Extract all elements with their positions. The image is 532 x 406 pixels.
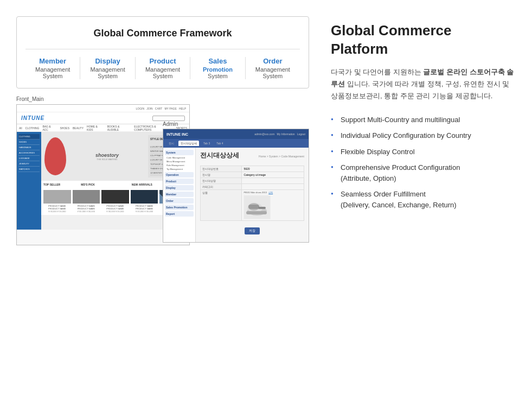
framework-title: Global Commerce Framework [25, 28, 300, 39]
module-display-title: Display [84, 57, 131, 65]
sidebar-report-title: Report [165, 211, 194, 217]
product-price-2: ¥ 00,000 ¥ 00,000 [73, 210, 100, 213]
form-row-1: 전시대상번호 5920 [201, 166, 304, 172]
form-value-cat: Category ui image [242, 172, 304, 178]
svg-rect-5 [246, 211, 267, 214]
admin-body: System Code Management Menu Management R… [163, 148, 309, 242]
module-member-sub2: System [43, 73, 63, 79]
fm-shoe-text: shoestory [95, 153, 119, 158]
module-display-sub2: System [98, 73, 118, 79]
top-seller-label: TOP SELLER [43, 183, 60, 186]
nav-home: HOME & KIDS [87, 125, 104, 131]
screenshots-area: Front_Main LOGIN JOIN CART MY PAGE HELP … [16, 96, 309, 248]
framework-box: Global Commerce Framework Member Managem… [16, 16, 309, 88]
section-description: 다국가 및 다언어를 지원하는 글로벌 온라인 스토어구축 솔루션 입니다. 국… [331, 66, 516, 102]
sidebar-operation-title: Operation [165, 172, 194, 177]
nav-bag: BAG & ACC [42, 125, 56, 131]
module-display-sub1: Management [91, 66, 125, 73]
module-product: Product Management System [136, 57, 190, 79]
admin-save-button[interactable]: 저장 [245, 227, 260, 234]
module-order: Order Management System [246, 57, 300, 79]
product-card-3: PRODUCT NAME PRODUCT NAME ¥ 00,000 ¥ 00,… [101, 190, 129, 213]
fm-top-bar: LOGIN JOIN CART MY PAGE HELP [17, 105, 189, 112]
admin-screen: INTUNE INC admin@xxx.com My Information … [163, 129, 309, 243]
admin-tab-3: Tab 4 [214, 141, 225, 146]
sidebar-order-title: Order [165, 198, 194, 204]
admin-user-info: admin@xxx.com My Information Logout [254, 132, 305, 136]
sidebar-product: Product [165, 179, 194, 184]
form-label-product: 상품 [201, 190, 242, 221]
nav-all: All [19, 126, 22, 130]
product-price-1: ¥ 00,000 ¥ 00,000 [43, 210, 71, 213]
sidebar-system: System Code Management Menu Management R… [165, 150, 194, 171]
sidebar-code-mgmt[interactable]: Code Management [165, 156, 194, 160]
form-row-2: 전시명 Category ui image [201, 172, 304, 178]
admin-form-table: 전시대상번호 5920 전시명 Category ui image 전시대상명 [200, 166, 304, 221]
module-member-title: Member [29, 57, 76, 65]
form-value-category [242, 184, 304, 190]
form-label-name: 전시대상명 [201, 178, 242, 184]
form-row-4: 카테고리 [201, 184, 304, 190]
admin-top-bar: INTUNE INC admin@xxx.com My Information … [163, 129, 309, 139]
right-panel: Global CommercePlatform 다국가 및 다언어를 지원하는 … [331, 16, 516, 213]
fm-logo: INTUNE [21, 115, 44, 121]
feature-list: Support Multi-Country and multilingual I… [331, 112, 516, 213]
product-thumb-4 [131, 190, 158, 204]
fm-search-box[interactable] [152, 116, 185, 121]
admin-product-image [243, 195, 271, 219]
fm-sidebar: CLOTHING SHOES HANDBAGS ACCESSORIES LUGG… [17, 132, 41, 230]
module-product-title: Product [139, 57, 187, 65]
sidebar-operation: Operation [165, 172, 194, 177]
form-value-name [242, 178, 304, 184]
sidebar-tip-mgmt[interactable]: Tip Management [165, 167, 194, 171]
module-sales-title: Sales [194, 57, 241, 65]
bullet-5: Seamless Order Fulfillment(Delivery, Can… [331, 186, 516, 213]
bullet-3: Flexible Display Control [331, 144, 516, 160]
admin-breadcrumb: Home > System > Code Management [259, 155, 304, 158]
admin-tab-active: 전시대상상세 [178, 141, 199, 146]
sidebar-accessories: ACCESSORIES [18, 150, 40, 156]
product-price-3: ¥ 00,000 ¥ 00,000 [101, 210, 129, 213]
sidebar-shoes: SHOES [18, 139, 40, 145]
product-name-1: PRODUCT NAME PRODUCT NAME [43, 205, 71, 210]
module-display: Display Management System [80, 57, 135, 79]
sidebar-report: Report [165, 211, 194, 217]
bullet-4: Comprehensive Product Configuration(Attr… [331, 160, 516, 186]
nav-shoes: SHOES [60, 126, 69, 130]
product-price-4: ¥ 00,000 ¥ 00,000 [131, 210, 158, 213]
form-value-id: 5920 [242, 166, 304, 172]
fm-red-decoration [44, 137, 66, 175]
module-order-sub2: System [262, 73, 283, 79]
nav-beauty: BEAUTY [73, 126, 84, 130]
nav-clothing: CLOTHING [25, 126, 40, 130]
admin-main-content: 전시대상상세 Home > System > Code Management 전… [196, 148, 309, 242]
sidebar-menu-mgmt[interactable]: Menu Management [165, 160, 194, 163]
module-sales-sub1: Promotion [203, 66, 233, 73]
left-panel: Global Commerce Framework Member Managem… [16, 16, 309, 248]
product-thumb-3 [101, 190, 129, 204]
sidebar-product-title: Product [165, 179, 194, 184]
sidebar-jewelry: JEWELRY [18, 161, 40, 167]
form-label-id: 전시대상번호 [201, 166, 242, 172]
section-title: Global CommercePlatform [331, 22, 516, 59]
product-card-4: PRODUCT NAME PRODUCT NAME ¥ 00,000 ¥ 00,… [131, 190, 158, 213]
product-name-2: PRODUCT NAME PRODUCT NAME [73, 205, 100, 210]
admin-tabs-bar: 전시 전시대상상세 Tab 3 Tab 4 [163, 139, 309, 148]
module-sales: Sales Promotion System [190, 57, 245, 79]
product-card-1: PRODUCT NAME PRODUCT NAME ¥ 00,000 ¥ 00,… [43, 190, 71, 213]
form-value-product: P0021 Nike shoes 2013 선택 [242, 190, 304, 221]
sidebar-member: Member [165, 192, 194, 197]
sidebar-role-mgmt[interactable]: Role Management [165, 163, 194, 167]
fm-shoe-subtext: THE SOLE WAITING [97, 158, 118, 161]
shoe-svg [244, 196, 270, 219]
sidebar-sales-promo: Sales Promotion [165, 205, 194, 210]
admin-label: Admin [163, 121, 309, 127]
module-product-sub1: Management [145, 66, 180, 73]
module-member: Member Management System [25, 57, 80, 79]
bullet-1: Support Multi-Country and multilingual [331, 112, 516, 128]
admin-page-title: 전시대상상세 [200, 151, 239, 160]
bullet-2: Individual Policy Configuration by Count… [331, 128, 516, 144]
module-sales-sub2: System [208, 73, 228, 79]
form-label-category: 카테고리 [201, 184, 242, 190]
sidebar-display-title: Display [165, 185, 194, 191]
